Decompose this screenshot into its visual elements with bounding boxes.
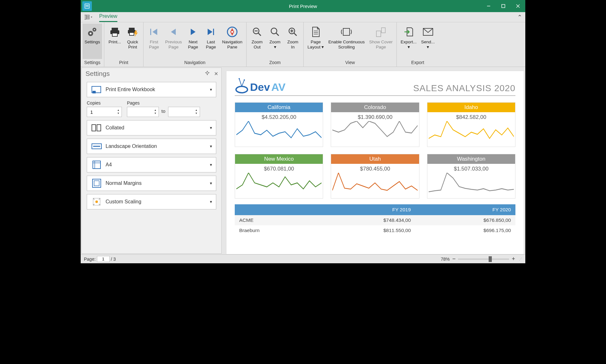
printer-bolt-icon xyxy=(127,25,138,39)
zoom-value: 78% xyxy=(441,257,450,262)
paper-icon xyxy=(90,159,103,171)
cover-page-button[interactable]: Show Cover Page xyxy=(367,24,395,59)
print-what-value: Print Entire Workbook xyxy=(106,87,155,92)
status-bar: Page: / 3 78% − + ⋰ xyxy=(81,254,525,263)
first-page-icon xyxy=(149,25,159,39)
pages-from-stepper[interactable]: ▲▼ xyxy=(127,107,159,117)
table-row: Braeburn $811.550,00 $696.175,00 xyxy=(235,225,515,236)
resize-grip-icon: ⋰ xyxy=(519,257,522,261)
ribbon-collapse-button[interactable]: ⌃ xyxy=(517,14,522,21)
paper-size-dropdown[interactable]: A4 ▼ xyxy=(87,157,216,172)
ribbon-group-navigation: First Page Previous Page Next Page Last … xyxy=(144,22,247,67)
close-panel-icon[interactable]: ✕ xyxy=(214,71,218,77)
settings-panel-body: Print Entire Workbook ▼ Copies ▲▼ Pages … xyxy=(82,80,221,213)
maximize-button[interactable] xyxy=(496,0,511,12)
pages-to-input[interactable] xyxy=(172,109,191,115)
print-button[interactable]: Print... xyxy=(106,24,123,59)
workspace: Settings ✕ Print Entire Workbook ▼ Copie… xyxy=(81,67,525,254)
copies-label: Copies xyxy=(87,100,122,106)
navigation-pane-button[interactable]: Navigation Pane xyxy=(220,24,244,59)
svg-rect-50 xyxy=(92,179,101,187)
send-button[interactable]: Send... ▾ xyxy=(419,24,437,59)
zoom-slider-thumb[interactable] xyxy=(489,256,492,262)
copies-stepper[interactable]: ▲▼ xyxy=(87,107,122,117)
svg-rect-22 xyxy=(213,29,214,35)
scaling-dropdown[interactable]: Custom Scaling ▼ xyxy=(87,194,216,209)
svg-rect-18 xyxy=(129,28,135,30)
pages-from-input[interactable] xyxy=(130,109,150,115)
zoom-increase-button[interactable]: + xyxy=(512,256,515,262)
quick-print-button[interactable]: Quick Print xyxy=(124,24,141,59)
previous-page-icon xyxy=(169,25,178,39)
card-header: California xyxy=(235,103,323,112)
svg-line-31 xyxy=(294,33,297,36)
settings-button[interactable]: Settings xyxy=(83,24,102,59)
card-value: $1.390.690,00 xyxy=(331,112,419,121)
pin-icon[interactable] xyxy=(205,71,210,77)
minimize-button[interactable] xyxy=(481,0,496,12)
zoom-out-button[interactable]: Zoom Out xyxy=(248,24,266,59)
page-total: / 3 xyxy=(111,257,116,262)
page-number-input[interactable] xyxy=(97,256,110,262)
orientation-value: Landscape Orientation xyxy=(106,143,157,149)
export-button[interactable]: Export... ▾ xyxy=(399,24,418,59)
close-button[interactable] xyxy=(511,0,525,12)
ribbon: Settings Settings Print... Quick Print P… xyxy=(81,22,525,67)
table-row: ACME $748.434,00 $676.850,00 xyxy=(235,215,515,225)
tab-preview[interactable]: Preview xyxy=(99,12,117,22)
pages-to-stepper[interactable]: ▲▼ xyxy=(168,107,200,117)
card-value: $842.582,00 xyxy=(427,112,515,121)
quick-access-menu-icon[interactable]: ▾ xyxy=(84,15,93,20)
zoom-icon xyxy=(270,25,280,39)
zoom-decrease-button[interactable]: − xyxy=(452,256,456,262)
page-layout-button[interactable]: Page Layout ▾ xyxy=(306,24,326,59)
printer-icon xyxy=(109,25,121,39)
settings-panel: Settings ✕ Print Entire Workbook ▼ Copie… xyxy=(81,68,222,254)
page-label: Page: xyxy=(84,257,96,262)
paper-size-value: A4 xyxy=(106,162,112,168)
svg-rect-39 xyxy=(381,28,385,33)
svg-rect-47 xyxy=(93,161,100,169)
zoom-button[interactable]: Zoom ▾ xyxy=(266,24,284,59)
svg-line-29 xyxy=(276,33,279,36)
ribbon-group-view: Page Layout ▾ Enable Continuous Scrollin… xyxy=(304,22,397,67)
state-card: Utah $780.455,00 xyxy=(331,154,419,199)
print-what-dropdown[interactable]: Print Entire Workbook ▼ xyxy=(87,82,216,97)
continuous-scrolling-button[interactable]: Enable Continuous Scrolling xyxy=(326,24,366,59)
data-table: FY 2019FY 2020 ACME $748.434,00 $676.850… xyxy=(235,204,515,236)
svg-point-28 xyxy=(271,28,277,34)
chevron-down-icon: ▼ xyxy=(209,88,213,91)
scroll-icon xyxy=(340,25,353,39)
previous-page-button[interactable]: Previous Page xyxy=(163,24,184,59)
svg-rect-10 xyxy=(86,18,89,19)
card-value: $1.507.033,00 xyxy=(427,164,515,173)
svg-rect-8 xyxy=(86,15,89,16)
next-page-icon xyxy=(188,25,198,39)
card-sparkline xyxy=(331,121,419,147)
next-page-button[interactable]: Next Page xyxy=(184,24,202,59)
svg-rect-9 xyxy=(86,17,89,18)
card-sparkline xyxy=(331,173,419,198)
window-title: Print Preview xyxy=(289,4,317,9)
envelope-icon xyxy=(422,25,434,39)
zoom-in-button[interactable]: Zoom In xyxy=(284,24,301,59)
zoom-controls: 78% − + ⋰ xyxy=(441,256,522,262)
zoom-slider[interactable] xyxy=(458,258,509,260)
titlebar: Print Preview xyxy=(81,0,525,12)
svg-rect-2 xyxy=(86,6,89,7)
cell-fy2020: $696.175,00 xyxy=(415,225,515,236)
copies-input[interactable] xyxy=(90,109,109,115)
state-card: Idaho $842.582,00 xyxy=(427,102,515,147)
card-header: New Mexico xyxy=(235,154,323,164)
first-page-button[interactable]: First Page xyxy=(145,24,163,59)
pages-label: Pages xyxy=(127,100,200,106)
margins-dropdown[interactable]: Normal Margins ▼ xyxy=(87,176,216,191)
svg-point-14 xyxy=(94,29,95,30)
scaling-value: Custom Scaling xyxy=(106,199,141,205)
collation-dropdown[interactable]: Collated ▼ xyxy=(87,120,216,135)
last-page-button[interactable]: Last Page xyxy=(202,24,219,59)
preview-surface[interactable]: DevAV SALES ANALYSIS 2020 California $4.… xyxy=(222,67,525,254)
ribbon-group-zoom: Zoom Out Zoom ▾ Zoom In Zoom xyxy=(247,22,304,67)
ribbon-group-label: Settings xyxy=(83,59,102,67)
orientation-dropdown[interactable]: Landscape Orientation ▼ xyxy=(87,139,216,154)
